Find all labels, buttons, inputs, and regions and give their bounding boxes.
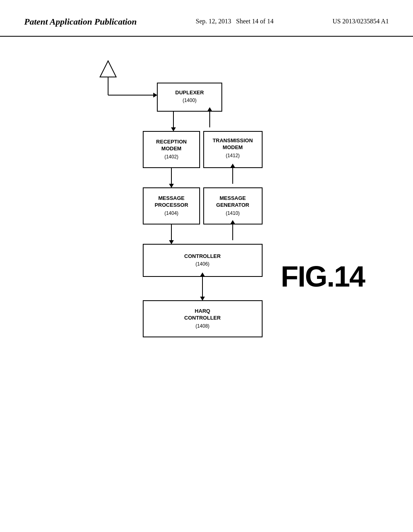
svg-text:(1404): (1404) (165, 210, 179, 216)
svg-text:TRANSMISSION: TRANSMISSION (213, 137, 253, 143)
svg-text:DUPLEXER: DUPLEXER (175, 89, 204, 96)
diagram-area: FIG.14 DUPLEXER (1400) RECEPTION MODEM (… (0, 37, 413, 516)
sheet-info: Sheet 14 of 14 (236, 18, 273, 25)
svg-text:CONTROLLER: CONTROLLER (184, 315, 221, 321)
duplexer-block (157, 83, 222, 111)
svg-text:(1410): (1410) (226, 210, 240, 216)
svg-text:(1402): (1402) (165, 154, 179, 160)
arrow-processor-to-controller (169, 240, 174, 244)
svg-text:(1408): (1408) (196, 323, 210, 329)
publication-date: Sep. 12, 2013 (196, 18, 231, 25)
svg-text:PROCESSOR: PROCESSOR (154, 202, 188, 208)
publication-title: Patent Application Publication (24, 16, 137, 28)
arrow-reception-to-processor (169, 184, 174, 188)
arrow-down-harq (200, 297, 205, 301)
patent-number: US 2013/0235854 A1 (332, 16, 389, 27)
arrow-right-duplexer (153, 93, 157, 98)
svg-text:(1406): (1406) (196, 261, 210, 267)
arrow-duplexer-to-reception (171, 127, 176, 131)
svg-text:HARQ: HARQ (195, 308, 210, 314)
page-header: Patent Application Publication Sep. 12, … (0, 0, 413, 37)
svg-text:MESSAGE: MESSAGE (219, 195, 246, 201)
antenna-icon (100, 61, 116, 77)
controller-block (143, 244, 262, 276)
svg-text:MODEM: MODEM (161, 145, 181, 152)
svg-text:GENERATOR: GENERATOR (216, 202, 249, 208)
svg-text:MODEM: MODEM (223, 144, 243, 150)
svg-text:RECEPTION: RECEPTION (156, 139, 187, 145)
block-diagram: DUPLEXER (1400) RECEPTION MODEM (1402) T… (0, 37, 413, 516)
svg-text:(1400): (1400) (183, 98, 197, 103)
svg-text:(1412): (1412) (226, 153, 240, 158)
publication-date-sheet: Sep. 12, 2013 Sheet 14 of 14 (196, 16, 273, 27)
svg-text:MESSAGE: MESSAGE (158, 195, 184, 201)
svg-text:CONTROLLER: CONTROLLER (184, 253, 221, 259)
